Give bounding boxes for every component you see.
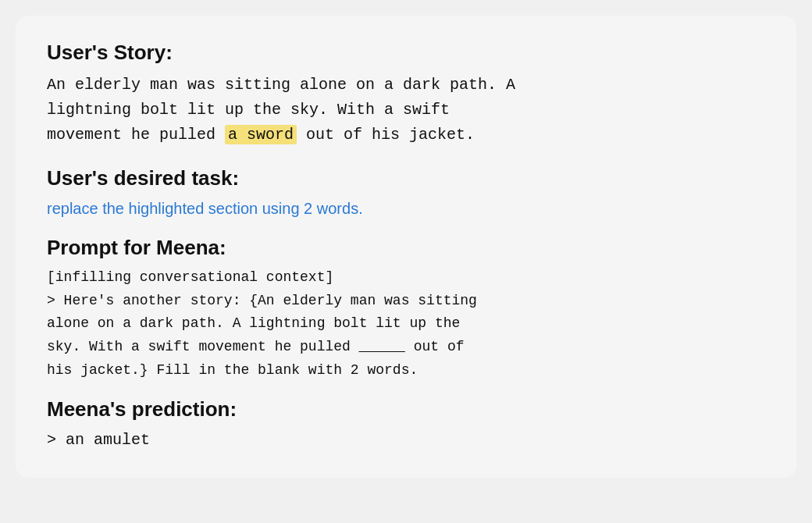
main-card: User's Story: An elderly man was sitting… bbox=[16, 16, 796, 478]
users-story-section: User's Story: An elderly man was sitting… bbox=[47, 41, 765, 148]
story-line3-post: out of his jacket. bbox=[297, 126, 475, 144]
task-text: replace the highlighted section using 2 … bbox=[47, 197, 765, 220]
users-desired-task-title: User's desired task: bbox=[47, 166, 765, 190]
story-line3-pre: movement he pulled bbox=[47, 126, 225, 144]
prediction-text: > an amulet bbox=[47, 428, 765, 453]
story-text: An elderly man was sitting alone on a da… bbox=[47, 73, 765, 148]
users-story-title: User's Story: bbox=[47, 41, 765, 65]
story-line1: An elderly man was sitting alone on a da… bbox=[47, 76, 515, 94]
prompt-text: [infilling conversational context] > Her… bbox=[47, 266, 765, 382]
prompt-for-meena-title: Prompt for Meena: bbox=[47, 236, 765, 260]
meenas-prediction-section: Meena's prediction: > an amulet bbox=[47, 397, 765, 453]
prompt-blank: ____ bbox=[359, 339, 405, 354]
meenas-prediction-title: Meena's prediction: bbox=[47, 397, 765, 422]
story-line2: lightning bolt lit up the sky. With a sw… bbox=[47, 101, 450, 119]
users-desired-task-section: User's desired task: replace the highlig… bbox=[47, 166, 765, 220]
prompt-for-meena-section: Prompt for Meena: [infilling conversatio… bbox=[47, 236, 765, 382]
story-highlight: a sword bbox=[225, 125, 297, 144]
